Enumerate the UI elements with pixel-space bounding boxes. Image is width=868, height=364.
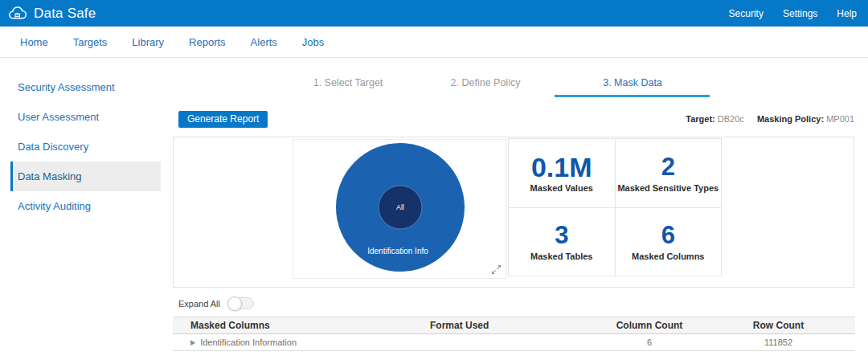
app-header: Data Safe Security Settings Help <box>0 0 868 27</box>
caret-right-icon[interactable]: ▶ <box>190 338 195 346</box>
nav-item-reports[interactable]: Reports <box>189 36 226 48</box>
sidebar: Security Assessment User Assessment Data… <box>0 58 173 364</box>
mask-stats-grid: 0.1M Masked Values 2 Masked Sensitive Ty… <box>508 138 722 276</box>
column-header-row-count: Row Count <box>702 320 855 331</box>
expand-chart-icon[interactable] <box>491 264 502 275</box>
expand-all-row: Expand All <box>178 297 254 309</box>
row-column-count: 6 <box>597 337 702 347</box>
sunburst-outer-label: Identification Info <box>367 247 428 256</box>
sidebar-item-activity-auditing[interactable]: Activity Auditing <box>0 191 173 221</box>
sidebar-item-data-masking[interactable]: Data Masking <box>10 162 161 191</box>
app-title: Data Safe <box>34 6 96 22</box>
stat-masked-sensitive-types-number: 2 <box>661 153 675 181</box>
column-header-column-count: Column Count <box>597 320 702 331</box>
target-label: Target: <box>686 114 714 124</box>
masked-columns-table: Masked Columns Format Used Column Count … <box>173 317 855 351</box>
header-link-security[interactable]: Security <box>729 8 764 19</box>
nav-item-jobs[interactable]: Jobs <box>302 36 324 48</box>
sidebar-item-data-discovery[interactable]: Data Discovery <box>0 132 173 162</box>
stat-masked-values-number: 0.1M <box>531 153 592 181</box>
nav-item-alerts[interactable]: Alerts <box>251 36 277 48</box>
stat-masked-tables: 3 Masked Tables <box>509 208 615 276</box>
sidebar-item-user-assessment[interactable]: User Assessment <box>0 102 173 132</box>
row-name-text: Identification Information <box>200 337 297 347</box>
generate-report-button[interactable]: Generate Report <box>178 111 268 128</box>
header-link-help[interactable]: Help <box>837 8 857 19</box>
row-row-count: 111852 <box>702 337 855 347</box>
stat-masked-sensitive-types: 2 Masked Sensitive Types <box>616 139 722 207</box>
stat-masked-columns-label: Masked Columns <box>632 252 704 261</box>
nav-item-home[interactable]: Home <box>20 36 48 48</box>
stat-masked-columns: 6 Masked Columns <box>616 208 722 276</box>
wizard-step-mask-data[interactable]: 3. Mask Data <box>603 77 662 88</box>
sunburst-chart-container: All Identification Info <box>293 139 506 279</box>
column-header-format-used: Format Used <box>422 320 597 331</box>
masking-policy-value: MP001 <box>826 114 854 124</box>
sidebar-item-security-assessment[interactable]: Security Assessment <box>0 72 173 102</box>
table-row[interactable]: ▶ Identification Information 6 111852 <box>173 334 855 351</box>
wizard-step-select-target[interactable]: 1. Select Target <box>313 77 383 88</box>
expand-all-label: Expand All <box>178 299 220 309</box>
sunburst-inner-label: All <box>396 203 404 211</box>
sunburst-chart[interactable]: All Identification Info <box>293 140 506 278</box>
wizard-step-define-policy[interactable]: 2. Define Policy <box>451 77 521 88</box>
nav-item-library[interactable]: Library <box>132 36 164 48</box>
stat-masked-values: 0.1M Masked Values <box>509 139 615 207</box>
table-header-row: Masked Columns Format Used Column Count … <box>173 317 855 334</box>
active-step-underline <box>555 95 710 97</box>
header-links: Security Settings Help <box>729 8 857 19</box>
stat-masked-tables-label: Masked Tables <box>530 252 592 261</box>
nav-item-targets[interactable]: Targets <box>73 36 108 48</box>
data-safe-app: Data Safe Security Settings Help Home Ta… <box>0 0 868 364</box>
expand-all-toggle[interactable] <box>227 297 254 309</box>
column-header-masked-columns: Masked Columns <box>173 320 422 331</box>
target-policy-info: Target: DB20c Masking Policy: MP001 <box>686 114 854 124</box>
masking-policy-label: Masking Policy: <box>757 114 824 124</box>
stat-masked-tables-number: 3 <box>555 222 568 249</box>
main-content: 1. Select Target 2. Define Policy 3. Mas… <box>173 58 868 364</box>
row-identification-information[interactable]: ▶ Identification Information <box>173 337 422 347</box>
header-link-settings[interactable]: Settings <box>783 8 817 19</box>
expand-all-toggle-knob[interactable] <box>227 297 242 311</box>
target-value: DB20c <box>718 114 744 124</box>
stat-masked-columns-number: 6 <box>661 222 675 249</box>
cloud-icon <box>8 5 27 22</box>
stat-masked-values-label: Masked Values <box>530 183 593 193</box>
stat-masked-sensitive-types-label: Masked Sensitive Types <box>617 183 719 193</box>
main-nav: Home Targets Library Reports Alerts Jobs <box>0 27 868 58</box>
